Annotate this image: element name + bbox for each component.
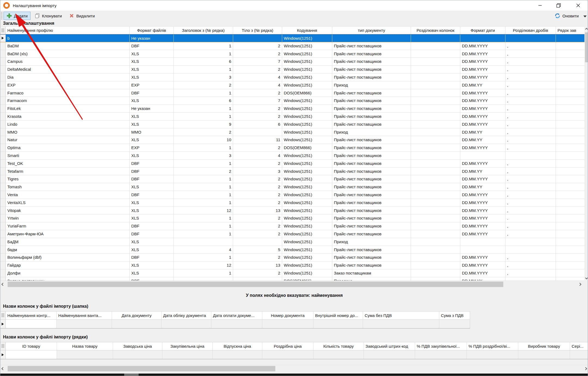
column-header-sum-without-vat[interactable]: Сума без ПДВ — [363, 312, 439, 319]
bottom-horizontal-scrollbar-thumb[interactable] — [8, 366, 275, 371]
column-header-internal-number[interactable]: Внутрішній номер до... — [313, 312, 363, 319]
table-row[interactable]: VentaXLS XLS 1 2 Windows(1251) Прайс-лис… — [0, 199, 584, 207]
column-header-column-separator[interactable]: Розділювач колонок — [411, 27, 460, 34]
table-row[interactable]: Волиньфарм (dbf) DBF 1 2 Windows(1251) П… — [0, 254, 584, 261]
column-header-doc-date[interactable]: Дата документу — [112, 312, 162, 319]
table-row[interactable]: бадм XLS 4 5 Windows(1251) Прайс-лист по… — [0, 246, 584, 254]
column-header-product-name[interactable]: Назва товару — [57, 342, 113, 350]
scroll-up-icon[interactable] — [584, 26, 588, 32]
column-header-barcode[interactable]: Заводський штрих-код — [364, 342, 415, 350]
table-row[interactable]: Test_OK DBF 1 2 Windows(1251) Прайс-лист… — [0, 160, 584, 168]
table-row[interactable]: Venta DBF 1 2 Windows(1251) Прайс-лист п… — [0, 191, 584, 199]
clone-button[interactable]: Клонувати — [32, 12, 65, 20]
table-row[interactable]: DeltaMedical XLS 1 2 Windows(1251) Прайс… — [0, 66, 584, 73]
scroll-left-icon[interactable] — [0, 365, 6, 372]
table-row[interactable]: Natur XLS 10 11 Windows(1251) Прайс-лист… — [0, 136, 584, 144]
table-row[interactable]: Tomash XLS 1 2 Windows(1251) Прайс-лист … — [0, 183, 584, 191]
add-button[interactable]: Додати — [4, 12, 31, 20]
table-row[interactable]: Гайдар XLS 12 13 Windows(1251) Прайс-лис… — [0, 261, 584, 269]
table-row[interactable]: Долфи XLS 1 2 Windows(1251) Заказ постав… — [0, 269, 584, 277]
restore-button[interactable] — [552, 0, 565, 11]
column-header-series[interactable]: Сері... — [570, 342, 588, 350]
cell-encoding: Windows(1251) — [282, 269, 332, 277]
column-header-body-row[interactable]: Тіло з (№ рядка) — [233, 27, 282, 34]
table-row[interactable]: Farmacom XLS 6 7 Windows(1251) Прайс-лис… — [0, 97, 584, 105]
column-header-doc-type[interactable]: тип документу — [332, 27, 411, 34]
table-row[interactable]: Farmaco DBF 1 2 DOS(OEM866) Прайс-лист п… — [0, 89, 584, 97]
cell-product-id[interactable] — [6, 350, 57, 359]
column-header-factory-price[interactable]: Заводська ціна — [113, 342, 162, 350]
toolbar-grip[interactable] — [1, 12, 2, 20]
column-header-purchase-price[interactable]: Закупівельна ціна — [162, 342, 213, 350]
horizontal-scrollbar-thumb[interactable] — [8, 282, 503, 287]
column-header-release-price[interactable]: Відпускна ціна — [213, 342, 262, 350]
vertical-scrollbar[interactable] — [584, 26, 588, 281]
table-row[interactable]: Krasota XLS 1 2 Windows(1251) Прайс-лист… — [0, 113, 584, 121]
refresh-button[interactable]: Оновити — [552, 12, 582, 20]
column-header-account-date[interactable]: Дата обліку документа — [162, 312, 211, 319]
table-row[interactable]: БаДМ XLS Windows(1251) Приход — [0, 238, 584, 246]
grid-selector-cell[interactable] — [0, 342, 6, 350]
close-button[interactable] — [572, 0, 584, 11]
column-header-manufacturer[interactable]: Виробник товару — [518, 342, 570, 350]
column-header-header-row[interactable]: Заголовок з (№ рядка) — [174, 27, 233, 34]
bottom-horizontal-scrollbar[interactable] — [0, 365, 588, 372]
table-row[interactable]: Dia XLS 3 4 Windows(1251) Прайс-лист пос… — [0, 73, 584, 81]
column-header-trailing[interactable]: Рядок зав — [556, 27, 584, 34]
column-header-file-format[interactable]: Формат файлів — [130, 27, 174, 34]
delete-button[interactable]: Видалити — [66, 12, 98, 20]
column-header-product-id[interactable]: ID товару — [6, 342, 57, 350]
horizontal-scrollbar[interactable] — [0, 281, 584, 288]
column-header-retail-price[interactable]: Роздрібна ціна — [262, 342, 313, 350]
table-row[interactable]: Vitopak XLS 12 13 Windows(1251) Прайс-ли… — [0, 207, 584, 215]
table-row[interactable]: BaDM (xls) XLS 1 2 Windows(1251) Прайс-л… — [0, 50, 584, 58]
table-row[interactable]: MMO MMO 2 Windows(1251) Приход DD.MM.YY … — [0, 128, 584, 136]
column-header-counterparty[interactable]: Найменування контр... — [6, 312, 57, 319]
table-row[interactable]: Campus XLS 6 7 Windows(1251) Прайс-лист … — [0, 58, 584, 66]
column-header-vat-retail[interactable]: % ПДВ роздрібної/ві... — [467, 342, 518, 350]
table-row[interactable]: FitoLek Не указан 1 2 Windows(1251) Прай… — [0, 105, 584, 113]
minimize-button[interactable] — [534, 0, 546, 11]
cell-trailing — [556, 121, 584, 128]
vertical-scrollbar-thumb[interactable] — [585, 32, 588, 62]
table-row[interactable]: BaDM DBF 1 2 Windows(1251) Прайс-лист по… — [0, 42, 584, 50]
table-row[interactable]: YuriaFarm DBF 1 2 Windows(1251) Прайс-ли… — [0, 222, 584, 230]
table-row[interactable]: Tetafarm DBF 2 3 Windows(1251) Прайс-лис… — [0, 168, 584, 175]
table-row[interactable]: Yrtwin XLS 1 2 Windows(1251) Прайс-лист … — [0, 214, 584, 222]
refresh-dropdown-arrow-icon[interactable] — [583, 16, 587, 17]
table-row[interactable]: Аметрин-Фарм-ЮА DBF 1 2 Windows(1251) Пр… — [0, 230, 584, 238]
table-row[interactable]: Optima EXP 1 2 DOS(OEM866) Прайс-лист по… — [0, 144, 584, 152]
column-header-quantity[interactable]: Кількість товару — [313, 342, 364, 350]
table-row[interactable]: Lindo XLS 9 6 Windows(1251) Прайс-лист п… — [0, 121, 584, 128]
column-header-profile-name[interactable]: Найменування профілю — [6, 27, 130, 34]
scroll-right-icon[interactable] — [583, 365, 588, 372]
table-row[interactable]: EXP EXP 2 4 Windows(1251) Приход DD.MM.Y… — [0, 81, 584, 89]
cell-body-row: 4 — [233, 152, 282, 159]
cell-header-row: 1 — [174, 113, 233, 120]
table-row[interactable]: Tigres DBF 1 2 Windows(1251) Прайс-лист … — [0, 175, 584, 183]
column-header-fraction-separator[interactable]: Розділювач дробів — [505, 27, 556, 34]
cell-counterparty[interactable] — [6, 320, 57, 328]
scroll-right-icon[interactable] — [577, 281, 583, 288]
cell-doc-type: Передача — [332, 277, 411, 281]
cell-header-row: 3 — [174, 152, 233, 159]
grid-selector-cell[interactable] — [0, 312, 6, 319]
header-columns-empty-row[interactable] — [0, 320, 470, 328]
column-header-sum-with-vat[interactable]: Сума з ПДВ — [439, 312, 470, 319]
table-row[interactable]: Заявка поставщику DBF DOS(OEM866) Переда… — [0, 277, 584, 281]
row-indicator — [0, 191, 6, 199]
grid-selector-cell[interactable] — [0, 27, 6, 34]
scroll-down-icon[interactable] — [584, 275, 588, 281]
row-columns-empty-row[interactable] — [0, 350, 588, 359]
cell-encoding: Windows(1251) — [282, 105, 332, 112]
column-header-doc-number[interactable]: Номер документа — [262, 312, 313, 319]
scroll-left-icon[interactable] — [0, 281, 6, 288]
table-row[interactable]: Smarti XLS 3 4 Windows(1251) Прайс-лист … — [0, 152, 584, 160]
column-header-consignee[interactable]: Найменування ванта... — [57, 312, 112, 319]
table-row[interactable]: b Не указан Windows(1251) — [0, 34, 584, 42]
column-header-payment-date[interactable]: Дата оплати докуме... — [211, 312, 262, 319]
cell-header-row: 1 — [174, 191, 233, 199]
column-header-vat-purchase[interactable]: % ПДВ закупівельної... — [415, 342, 467, 350]
column-header-encoding[interactable]: Кодування — [282, 27, 332, 34]
column-header-date-format[interactable]: Формат дати — [460, 27, 505, 34]
